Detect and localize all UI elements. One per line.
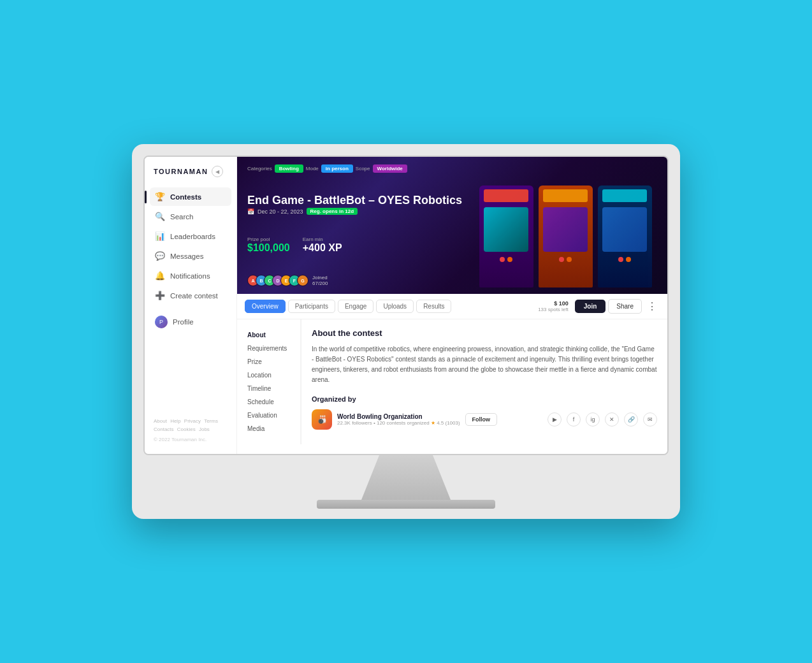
left-nav: About Requirements Prize Location Timeli… — [237, 319, 301, 444]
monitor-base — [317, 500, 495, 509]
tag-inperson: in person — [321, 164, 353, 173]
sidebar-item-create[interactable]: ➕ Create contest — [150, 286, 231, 305]
share-button[interactable]: Share — [608, 299, 642, 314]
left-nav-evaluation[interactable]: Evaluation — [243, 409, 294, 422]
link-jobs[interactable]: Jobs — [199, 426, 210, 432]
link-icon[interactable]: 🔗 — [624, 412, 638, 426]
sidebar-label-contests: Contests — [170, 193, 201, 201]
join-button[interactable]: Join — [575, 300, 606, 313]
arcade-controls-3 — [618, 257, 631, 262]
logo-chevron-icon[interactable]: ◀ — [212, 166, 223, 177]
left-nav-timeline[interactable]: Timeline — [243, 382, 294, 395]
organizer-row: 🎳 World Bowling Organization 22.3K follo… — [312, 409, 657, 430]
content-body: About Requirements Prize Location Timeli… — [237, 319, 667, 444]
leaderboard-icon: 📊 — [155, 231, 165, 241]
arcade-screen-2 — [543, 207, 588, 252]
copyright: © 2022 Tournaman Inc. — [154, 437, 228, 442]
left-nav-location[interactable]: Location — [243, 368, 294, 382]
link-contacts[interactable]: Contacts — [154, 426, 174, 432]
categories-label: Categories — [247, 166, 272, 171]
link-cookies[interactable]: Cookies — [177, 426, 196, 432]
control-4 — [567, 257, 572, 262]
tabs-bar: Overview Participants Engage Uploads Res… — [237, 294, 667, 319]
about-body: In the world of competitive robotics, wh… — [312, 344, 657, 385]
price-amount: $ 100 — [538, 300, 569, 307]
main-content: Categories Bowling Mode in person Scope … — [237, 157, 667, 454]
sidebar-item-profile[interactable]: P Profile — [150, 311, 231, 333]
organizer-info: World Bowling Organization 22.3K followe… — [337, 413, 460, 426]
arcade-screen-3 — [602, 207, 647, 252]
sidebar-item-leaderboards[interactable]: 📊 Leaderboards — [150, 227, 231, 245]
sidebar-label-leaderboards: Leaderboards — [170, 233, 215, 240]
spots-left: 133 spots left — [538, 307, 569, 312]
instagram-icon[interactable]: ig — [586, 412, 600, 426]
nav-items: 🏆 Contests 🔍 Search 📊 Leaderboards 💬 Mes… — [145, 187, 236, 412]
about-content: About the contest In the world of compet… — [301, 319, 667, 444]
arcade-top-2 — [543, 189, 588, 202]
email-icon[interactable]: ✉ — [643, 412, 657, 426]
link-help[interactable]: Help — [170, 418, 180, 424]
tab-engage[interactable]: Engage — [338, 300, 373, 313]
about-title: About the contest — [312, 328, 657, 338]
link-privacy[interactable]: Privacy — [184, 418, 201, 424]
arcade-top-1 — [484, 189, 528, 202]
left-nav-media[interactable]: Media — [243, 422, 294, 435]
arcade-machine-1 — [479, 186, 533, 288]
hero-banner: Categories Bowling Mode in person Scope … — [237, 157, 667, 294]
monitor-stand — [143, 455, 669, 519]
message-icon: 💬 — [155, 251, 165, 261]
more-options-button[interactable]: ⋮ — [644, 300, 660, 312]
twitter-icon[interactable]: ✕ — [605, 412, 619, 426]
prize-value: $100,000 — [247, 242, 290, 254]
sidebar-item-contests[interactable]: 🏆 Contests — [150, 187, 231, 206]
control-3 — [559, 257, 564, 262]
organized-by-title: Organized by — [312, 395, 657, 403]
link-about[interactable]: About — [154, 418, 167, 424]
control-6 — [626, 257, 631, 262]
xp-value: +400 XP — [303, 242, 342, 254]
left-nav-about[interactable]: About — [243, 328, 294, 342]
youtube-icon[interactable]: ▶ — [547, 412, 562, 426]
reg-status-badge: Reg. opens in 12d — [307, 208, 358, 215]
earn-min: Earn min +400 XP — [303, 237, 342, 254]
left-nav-prize[interactable]: Prize — [243, 355, 294, 368]
tag-worldwide: Worldwide — [373, 164, 407, 173]
facebook-icon[interactable]: f — [567, 412, 581, 426]
sidebar-item-notifications[interactable]: 🔔 Notifications — [150, 266, 231, 285]
organizer-name: World Bowling Organization — [337, 413, 460, 420]
sidebar: TOURNAMAN ◀ 🏆 Contests 🔍 Search 📊 Leader… — [145, 157, 237, 454]
sidebar-label-search: Search — [170, 213, 193, 221]
tab-uploads[interactable]: Uploads — [376, 300, 414, 313]
organizer-stats: 22.3K followers • 120 contests organized… — [337, 420, 460, 426]
tag-bowling: Bowling — [275, 164, 303, 173]
link-terms[interactable]: Terms — [204, 418, 218, 424]
mode-label: Mode — [306, 166, 319, 171]
calendar-icon: 📅 — [247, 208, 254, 215]
tab-overview[interactable]: Overview — [245, 300, 286, 313]
left-nav-requirements[interactable]: Requirements — [243, 342, 294, 355]
earn-label: Earn min — [303, 237, 342, 242]
logo: TOURNAMAN ◀ — [145, 166, 236, 187]
sidebar-label-create: Create contest — [170, 292, 218, 300]
sidebar-label-profile: Profile — [173, 318, 194, 326]
arcade-controls-1 — [500, 257, 512, 262]
control-1 — [500, 257, 505, 262]
follow-button[interactable]: Follow — [465, 413, 498, 426]
arcade-top-3 — [602, 189, 647, 202]
plus-icon: ➕ — [155, 291, 165, 300]
sidebar-footer: About Help Privacy Terms Contacts Cookie… — [145, 412, 236, 448]
date-text: Dec 20 - 22, 2023 — [257, 208, 303, 215]
social-icons: ▶ f ig ✕ 🔗 ✉ — [547, 412, 657, 426]
participant-avatar: G — [297, 275, 308, 286]
sidebar-label-messages: Messages — [170, 252, 203, 260]
sidebar-label-notifications: Notifications — [170, 272, 210, 280]
sidebar-item-search[interactable]: 🔍 Search — [150, 207, 231, 226]
organizer-avatar: 🎳 — [312, 409, 332, 430]
left-nav-schedule[interactable]: Schedule — [243, 395, 294, 409]
star-icon: ★ — [431, 420, 437, 426]
tab-results[interactable]: Results — [416, 300, 451, 313]
search-icon: 🔍 — [155, 212, 165, 221]
sidebar-item-messages[interactable]: 💬 Messages — [150, 247, 231, 265]
bell-icon: 🔔 — [155, 271, 165, 280]
tab-participants[interactable]: Participants — [288, 300, 335, 313]
